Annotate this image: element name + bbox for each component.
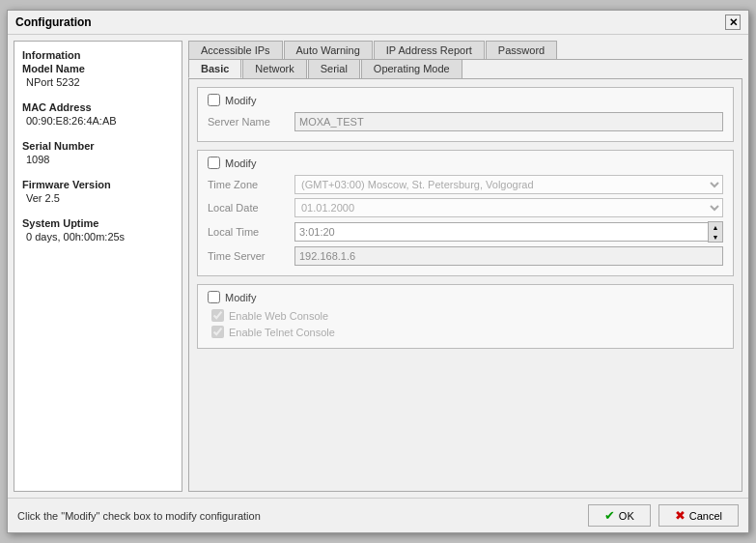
content-area: Information Model Name NPort 5232 MAC Ad… [8, 35, 748, 498]
console-section-header: Modify [208, 291, 723, 303]
time-modify-label: Modify [225, 157, 256, 169]
local-date-row: Local Date 01.01.2000 [208, 198, 723, 217]
local-time-spinner-btns: ▲ ▼ [708, 221, 723, 243]
local-date-label: Local Date [208, 202, 294, 214]
web-console-label: Enable Web Console [229, 310, 328, 322]
tab-row-2: Basic Network Serial Operating Mode [188, 59, 742, 79]
local-time-input[interactable] [294, 222, 708, 242]
time-zone-label: Time Zone [208, 179, 294, 190]
tab-row-1: Accessible IPs Auto Warning IP Address R… [188, 41, 742, 60]
main-panel: Accessible IPs Auto Warning IP Address R… [188, 41, 742, 492]
tab-basic[interactable]: Basic [188, 59, 241, 78]
server-name-section-header: Modify [208, 94, 723, 106]
cancel-button[interactable]: ✖ Cancel [658, 504, 739, 527]
telnet-console-checkbox[interactable] [211, 326, 224, 338]
time-section: Modify Time Zone (GMT+03:00) Moscow, St.… [197, 150, 734, 276]
server-name-input[interactable] [294, 112, 723, 131]
sidebar-firmware-value: Ver 2.5 [26, 192, 174, 204]
main-window: Configuration ✕ Information Model Name N… [7, 10, 749, 533]
sidebar-serial-label: Serial Number [22, 140, 174, 152]
server-name-row: Server Name [208, 112, 723, 131]
time-zone-select[interactable]: (GMT+03:00) Moscow, St. Petersburg, Volg… [294, 175, 723, 194]
sidebar-uptime-label: System Uptime [22, 217, 174, 229]
footer-hint: Click the "Modify" check box to modify c… [17, 510, 261, 522]
sidebar-uptime-value: 0 days, 00h:00m:25s [26, 231, 174, 243]
console-section: Modify Enable Web Console Enable Telnet … [197, 284, 734, 349]
console-modify-label: Modify [225, 292, 256, 303]
server-name-label: Server Name [208, 116, 294, 128]
time-section-header: Modify [208, 157, 723, 169]
sidebar-firmware-label: Firmware Version [22, 179, 174, 190]
ok-check-icon: ✔ [604, 508, 615, 523]
console-modify-checkbox[interactable] [208, 291, 220, 303]
sidebar-serial-value: 1098 [26, 154, 174, 165]
tab-password[interactable]: Password [486, 41, 557, 59]
time-server-row: Time Server [208, 246, 723, 266]
footer: Click the "Modify" check box to modify c… [8, 498, 748, 532]
local-time-spinner-wrap: ▲ ▼ [294, 221, 723, 243]
tab-network[interactable]: Network [242, 59, 306, 78]
web-console-checkbox[interactable] [211, 309, 224, 322]
server-name-modify-checkbox[interactable] [208, 94, 220, 106]
time-zone-row: Time Zone (GMT+03:00) Moscow, St. Peters… [208, 175, 723, 194]
server-name-modify-label: Modify [225, 95, 256, 106]
time-server-input[interactable] [294, 246, 723, 266]
tab-content: Modify Server Name Modify Time Zone [188, 79, 742, 492]
close-button[interactable]: ✕ [725, 14, 741, 30]
footer-buttons: ✔ OK ✖ Cancel [588, 504, 739, 527]
sidebar-model-label: Model Name [22, 63, 174, 74]
ok-button[interactable]: ✔ OK [588, 504, 651, 527]
sidebar-mac-value: 00:90:E8:26:4A:AB [26, 115, 174, 127]
local-date-select[interactable]: 01.01.2000 [294, 198, 723, 217]
server-name-section: Modify Server Name [197, 87, 734, 142]
sidebar-information: Information Model Name NPort 5232 MAC Ad… [22, 49, 174, 243]
sidebar: Information Model Name NPort 5232 MAC Ad… [14, 41, 182, 492]
local-time-up-button[interactable]: ▲ [709, 222, 722, 232]
cancel-x-icon: ✖ [675, 508, 686, 523]
title-bar: Configuration ✕ [8, 11, 748, 35]
ok-label: OK [619, 510, 634, 522]
tab-serial[interactable]: Serial [308, 59, 360, 78]
cancel-label: Cancel [689, 510, 722, 522]
local-time-row: Local Time ▲ ▼ [208, 221, 723, 243]
local-time-down-button[interactable]: ▼ [709, 232, 722, 242]
time-modify-checkbox[interactable] [208, 157, 220, 169]
telnet-console-row: Enable Telnet Console [211, 326, 723, 338]
tab-ip-address-report[interactable]: IP Address Report [374, 41, 485, 59]
sidebar-info-header: Information [22, 49, 174, 61]
tab-operating-mode[interactable]: Operating Mode [361, 59, 462, 78]
telnet-console-label: Enable Telnet Console [229, 327, 335, 338]
sidebar-model-value: NPort 5232 [26, 76, 174, 88]
time-server-label: Time Server [208, 250, 294, 262]
local-time-label: Local Time [208, 226, 294, 238]
sidebar-mac-label: MAC Address [22, 101, 174, 113]
tab-accessible-ips[interactable]: Accessible IPs [188, 41, 283, 59]
window-title: Configuration [15, 15, 92, 29]
tab-auto-warning[interactable]: Auto Warning [284, 41, 373, 59]
web-console-row: Enable Web Console [211, 309, 723, 322]
